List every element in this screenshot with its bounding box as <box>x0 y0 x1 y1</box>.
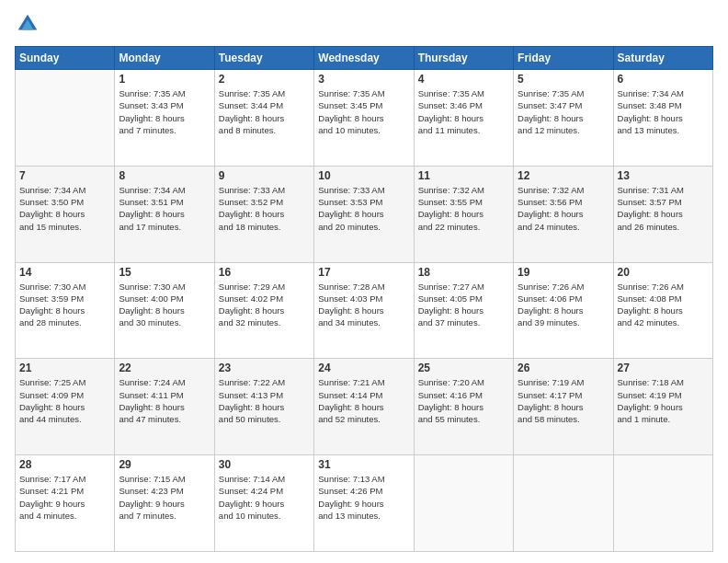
calendar-week-5: 28Sunrise: 7:17 AM Sunset: 4:21 PM Dayli… <box>16 455 713 552</box>
calendar-cell: 29Sunrise: 7:15 AM Sunset: 4:23 PM Dayli… <box>115 455 214 552</box>
day-info: Sunrise: 7:35 AM Sunset: 3:44 PM Dayligh… <box>219 87 310 136</box>
day-number: 8 <box>119 169 210 182</box>
calendar-cell: 2Sunrise: 7:35 AM Sunset: 3:44 PM Daylig… <box>214 70 313 167</box>
calendar-cell: 9Sunrise: 7:33 AM Sunset: 3:52 PM Daylig… <box>214 166 313 262</box>
calendar-cell: 30Sunrise: 7:14 AM Sunset: 4:24 PM Dayli… <box>214 455 313 552</box>
day-info: Sunrise: 7:21 AM Sunset: 4:14 PM Dayligh… <box>318 376 409 425</box>
calendar-cell <box>414 455 513 552</box>
day-info: Sunrise: 7:26 AM Sunset: 4:08 PM Dayligh… <box>618 281 709 329</box>
day-number: 23 <box>219 362 310 374</box>
day-number: 18 <box>418 266 509 279</box>
calendar-cell: 14Sunrise: 7:30 AM Sunset: 3:59 PM Dayli… <box>16 262 115 359</box>
day-number: 31 <box>318 458 409 471</box>
calendar-cell: 20Sunrise: 7:26 AM Sunset: 4:08 PM Dayli… <box>613 262 712 359</box>
day-info: Sunrise: 7:34 AM Sunset: 3:50 PM Dayligh… <box>19 184 110 233</box>
day-number: 6 <box>618 73 709 86</box>
day-info: Sunrise: 7:33 AM Sunset: 3:52 PM Dayligh… <box>219 184 310 233</box>
day-number: 16 <box>219 266 310 279</box>
day-number: 9 <box>219 169 310 182</box>
calendar-cell: 23Sunrise: 7:22 AM Sunset: 4:13 PM Dayli… <box>214 359 313 455</box>
day-number: 10 <box>318 169 409 182</box>
logo <box>15 11 44 37</box>
col-header-saturday: Saturday <box>613 47 712 70</box>
calendar-cell: 17Sunrise: 7:28 AM Sunset: 4:03 PM Dayli… <box>314 262 414 359</box>
calendar-week-1: 1Sunrise: 7:35 AM Sunset: 3:43 PM Daylig… <box>16 70 713 167</box>
day-number: 22 <box>119 362 210 374</box>
day-number: 4 <box>418 73 509 86</box>
calendar-cell: 25Sunrise: 7:20 AM Sunset: 4:16 PM Dayli… <box>414 359 513 455</box>
day-number: 20 <box>618 266 709 279</box>
calendar-cell: 10Sunrise: 7:33 AM Sunset: 3:53 PM Dayli… <box>314 166 414 262</box>
day-info: Sunrise: 7:15 AM Sunset: 4:23 PM Dayligh… <box>119 473 210 522</box>
calendar-cell: 4Sunrise: 7:35 AM Sunset: 3:46 PM Daylig… <box>414 70 513 167</box>
day-number: 21 <box>19 362 110 374</box>
col-header-tuesday: Tuesday <box>214 47 313 70</box>
col-header-thursday: Thursday <box>414 47 513 70</box>
day-number: 19 <box>518 266 609 279</box>
calendar-cell: 19Sunrise: 7:26 AM Sunset: 4:06 PM Dayli… <box>514 262 613 359</box>
day-info: Sunrise: 7:24 AM Sunset: 4:11 PM Dayligh… <box>119 376 210 425</box>
day-info: Sunrise: 7:31 AM Sunset: 3:57 PM Dayligh… <box>618 184 709 233</box>
calendar-cell: 13Sunrise: 7:31 AM Sunset: 3:57 PM Dayli… <box>613 166 712 262</box>
calendar-cell: 12Sunrise: 7:32 AM Sunset: 3:56 PM Dayli… <box>514 166 613 262</box>
day-number: 11 <box>418 169 509 182</box>
day-number: 12 <box>518 169 609 182</box>
day-number: 1 <box>119 73 210 86</box>
day-number: 17 <box>318 266 409 279</box>
calendar-cell: 27Sunrise: 7:18 AM Sunset: 4:19 PM Dayli… <box>613 359 712 455</box>
calendar-week-3: 14Sunrise: 7:30 AM Sunset: 3:59 PM Dayli… <box>16 262 713 359</box>
calendar-cell <box>514 455 613 552</box>
calendar-cell: 11Sunrise: 7:32 AM Sunset: 3:55 PM Dayli… <box>414 166 513 262</box>
calendar-week-2: 7Sunrise: 7:34 AM Sunset: 3:50 PM Daylig… <box>16 166 713 262</box>
day-info: Sunrise: 7:35 AM Sunset: 3:43 PM Dayligh… <box>119 87 210 136</box>
day-info: Sunrise: 7:18 AM Sunset: 4:19 PM Dayligh… <box>618 376 709 425</box>
calendar-cell: 28Sunrise: 7:17 AM Sunset: 4:21 PM Dayli… <box>16 455 115 552</box>
day-info: Sunrise: 7:14 AM Sunset: 4:24 PM Dayligh… <box>219 473 310 522</box>
calendar-table: SundayMondayTuesdayWednesdayThursdayFrid… <box>15 46 713 552</box>
day-info: Sunrise: 7:20 AM Sunset: 4:16 PM Dayligh… <box>418 376 509 425</box>
header <box>15 11 713 37</box>
calendar-cell: 1Sunrise: 7:35 AM Sunset: 3:43 PM Daylig… <box>115 70 214 167</box>
calendar-cell: 5Sunrise: 7:35 AM Sunset: 3:47 PM Daylig… <box>514 70 613 167</box>
day-number: 28 <box>19 458 110 471</box>
calendar-cell: 16Sunrise: 7:29 AM Sunset: 4:02 PM Dayli… <box>214 262 313 359</box>
page: SundayMondayTuesdayWednesdayThursdayFrid… <box>0 0 728 563</box>
day-info: Sunrise: 7:35 AM Sunset: 3:47 PM Dayligh… <box>518 87 609 136</box>
day-number: 24 <box>318 362 409 374</box>
day-info: Sunrise: 7:30 AM Sunset: 3:59 PM Dayligh… <box>19 281 110 329</box>
day-info: Sunrise: 7:27 AM Sunset: 4:05 PM Dayligh… <box>418 281 509 329</box>
col-header-friday: Friday <box>514 47 613 70</box>
calendar-cell: 21Sunrise: 7:25 AM Sunset: 4:09 PM Dayli… <box>16 359 115 455</box>
day-number: 14 <box>19 266 110 279</box>
day-info: Sunrise: 7:29 AM Sunset: 4:02 PM Dayligh… <box>219 281 310 329</box>
calendar-cell: 26Sunrise: 7:19 AM Sunset: 4:17 PM Dayli… <box>514 359 613 455</box>
day-info: Sunrise: 7:33 AM Sunset: 3:53 PM Dayligh… <box>318 184 409 233</box>
day-info: Sunrise: 7:34 AM Sunset: 3:51 PM Dayligh… <box>119 184 210 233</box>
day-number: 2 <box>219 73 310 86</box>
day-number: 15 <box>119 266 210 279</box>
day-number: 7 <box>19 169 110 182</box>
col-header-sunday: Sunday <box>16 47 115 70</box>
calendar-cell: 31Sunrise: 7:13 AM Sunset: 4:26 PM Dayli… <box>314 455 414 552</box>
col-header-wednesday: Wednesday <box>314 47 414 70</box>
day-info: Sunrise: 7:32 AM Sunset: 3:56 PM Dayligh… <box>518 184 609 233</box>
calendar-cell: 7Sunrise: 7:34 AM Sunset: 3:50 PM Daylig… <box>16 166 115 262</box>
calendar-cell: 22Sunrise: 7:24 AM Sunset: 4:11 PM Dayli… <box>115 359 214 455</box>
col-header-monday: Monday <box>115 47 214 70</box>
day-number: 3 <box>318 73 409 86</box>
day-number: 30 <box>219 458 310 471</box>
day-number: 26 <box>518 362 609 374</box>
day-number: 25 <box>418 362 509 374</box>
calendar-cell <box>16 70 115 167</box>
day-number: 29 <box>119 458 210 471</box>
day-number: 5 <box>518 73 609 86</box>
day-number: 27 <box>618 362 709 374</box>
day-info: Sunrise: 7:22 AM Sunset: 4:13 PM Dayligh… <box>219 376 310 425</box>
day-info: Sunrise: 7:35 AM Sunset: 3:46 PM Dayligh… <box>418 87 509 136</box>
day-info: Sunrise: 7:17 AM Sunset: 4:21 PM Dayligh… <box>19 473 110 522</box>
day-info: Sunrise: 7:26 AM Sunset: 4:06 PM Dayligh… <box>518 281 609 329</box>
day-info: Sunrise: 7:32 AM Sunset: 3:55 PM Dayligh… <box>418 184 509 233</box>
day-number: 13 <box>618 169 709 182</box>
calendar-cell <box>613 455 712 552</box>
calendar-week-4: 21Sunrise: 7:25 AM Sunset: 4:09 PM Dayli… <box>16 359 713 455</box>
